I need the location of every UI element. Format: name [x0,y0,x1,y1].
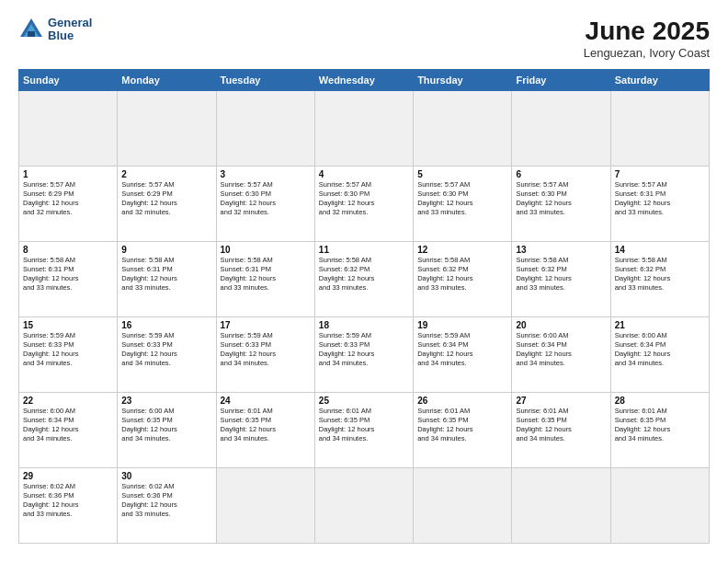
day-info: Sunrise: 5:58 AM Sunset: 6:32 PM Dayligh… [615,256,705,293]
title-block: June 2025 Lenguezan, Ivory Coast [584,17,710,60]
day-info: Sunrise: 6:02 AM Sunset: 6:36 PM Dayligh… [23,482,113,520]
calendar-day-cell [610,91,709,167]
calendar-day-cell: 20Sunrise: 6:00 AM Sunset: 6:34 PM Dayli… [512,317,610,393]
day-number: 14 [615,245,705,255]
day-info: Sunrise: 6:00 AM Sunset: 6:34 PM Dayligh… [23,407,113,444]
day-number: 28 [615,396,705,406]
calendar-day-cell: 14Sunrise: 5:58 AM Sunset: 6:32 PM Dayli… [610,242,709,317]
location-subtitle: Lenguezan, Ivory Coast [584,46,710,60]
calendar-day-cell: 4Sunrise: 5:57 AM Sunset: 6:30 PM Daylig… [314,167,413,242]
calendar-day-cell: 22Sunrise: 6:00 AM Sunset: 6:34 PM Dayli… [19,393,118,468]
day-number: 10 [221,245,311,255]
day-info: Sunrise: 6:01 AM Sunset: 6:35 PM Dayligh… [417,407,507,444]
calendar-day-cell: 7Sunrise: 5:57 AM Sunset: 6:31 PM Daylig… [610,167,709,242]
calendar-table: SundayMondayTuesdayWednesdayThursdayFrid… [18,69,710,544]
day-number: 2 [121,169,211,179]
calendar-day-cell: 13Sunrise: 5:58 AM Sunset: 6:32 PM Dayli… [512,242,610,317]
day-info: Sunrise: 6:02 AM Sunset: 6:36 PM Dayligh… [121,482,211,520]
day-info: Sunrise: 5:57 AM Sunset: 6:31 PM Dayligh… [615,180,705,218]
day-number: 27 [516,396,606,406]
day-number: 22 [23,396,113,406]
logo-icon [18,17,44,42]
day-number: 13 [516,245,606,255]
day-number: 8 [23,245,113,255]
day-info: Sunrise: 5:59 AM Sunset: 6:33 PM Dayligh… [121,331,211,369]
day-number: 25 [319,396,409,406]
day-number: 5 [417,169,507,179]
calendar-day-header: Monday [118,70,216,91]
calendar-day-cell: 19Sunrise: 5:59 AM Sunset: 6:34 PM Dayli… [414,317,512,393]
header: General Blue June 2025 Lenguezan, Ivory … [18,17,710,60]
calendar-day-cell: 18Sunrise: 5:59 AM Sunset: 6:33 PM Dayli… [314,317,413,393]
day-number: 12 [417,245,507,255]
calendar-week-row: 8Sunrise: 5:58 AM Sunset: 6:31 PM Daylig… [19,242,710,317]
day-number: 11 [319,245,409,255]
day-number: 19 [417,320,507,330]
day-number: 30 [121,471,211,481]
svg-rect-2 [28,31,35,37]
day-info: Sunrise: 6:01 AM Sunset: 6:35 PM Dayligh… [516,407,606,444]
calendar-day-header: Sunday [19,70,118,91]
calendar-day-cell: 24Sunrise: 6:01 AM Sunset: 6:35 PM Dayli… [216,393,314,468]
calendar-day-cell: 8Sunrise: 5:58 AM Sunset: 6:31 PM Daylig… [19,242,118,317]
calendar-day-cell: 26Sunrise: 6:01 AM Sunset: 6:35 PM Dayli… [414,393,512,468]
calendar-week-row: 15Sunrise: 5:59 AM Sunset: 6:33 PM Dayli… [19,317,710,393]
day-number: 21 [615,320,705,330]
logo: General Blue [18,17,92,43]
calendar-day-cell: 9Sunrise: 5:58 AM Sunset: 6:31 PM Daylig… [118,242,216,317]
day-info: Sunrise: 6:01 AM Sunset: 6:35 PM Dayligh… [221,407,311,444]
day-info: Sunrise: 5:59 AM Sunset: 6:34 PM Dayligh… [417,331,507,369]
day-number: 7 [615,169,705,179]
calendar-day-cell: 2Sunrise: 5:57 AM Sunset: 6:29 PM Daylig… [118,167,216,242]
day-number: 15 [23,320,113,330]
day-number: 3 [221,169,311,179]
calendar-day-cell: 21Sunrise: 6:00 AM Sunset: 6:34 PM Dayli… [610,317,709,393]
calendar-day-cell [216,468,314,544]
calendar-day-cell: 15Sunrise: 5:59 AM Sunset: 6:33 PM Dayli… [19,317,118,393]
day-info: Sunrise: 6:00 AM Sunset: 6:34 PM Dayligh… [615,331,705,369]
calendar-week-row [19,91,710,167]
day-number: 1 [23,169,113,179]
day-number: 18 [319,320,409,330]
calendar-week-row: 22Sunrise: 6:00 AM Sunset: 6:34 PM Dayli… [19,393,710,468]
calendar-day-cell [414,468,512,544]
month-title: June 2025 [584,17,710,46]
day-info: Sunrise: 5:58 AM Sunset: 6:31 PM Dayligh… [23,256,113,293]
calendar-day-cell: 6Sunrise: 5:57 AM Sunset: 6:30 PM Daylig… [512,167,610,242]
day-info: Sunrise: 5:57 AM Sunset: 6:30 PM Dayligh… [417,180,507,218]
day-info: Sunrise: 5:59 AM Sunset: 6:33 PM Dayligh… [23,331,113,369]
day-info: Sunrise: 5:57 AM Sunset: 6:30 PM Dayligh… [221,180,311,218]
day-info: Sunrise: 5:57 AM Sunset: 6:29 PM Dayligh… [23,180,113,218]
calendar-day-cell [216,91,314,167]
day-info: Sunrise: 6:00 AM Sunset: 6:34 PM Dayligh… [516,331,606,369]
day-info: Sunrise: 5:59 AM Sunset: 6:33 PM Dayligh… [319,331,409,369]
calendar-day-cell [19,91,118,167]
day-number: 9 [121,245,211,255]
calendar-week-row: 1Sunrise: 5:57 AM Sunset: 6:29 PM Daylig… [19,167,710,242]
calendar-day-cell [118,91,216,167]
day-info: Sunrise: 5:57 AM Sunset: 6:29 PM Dayligh… [121,180,211,218]
calendar-day-cell [314,468,413,544]
calendar-day-cell [512,91,610,167]
day-info: Sunrise: 6:00 AM Sunset: 6:35 PM Dayligh… [121,407,211,444]
calendar-day-cell: 12Sunrise: 5:58 AM Sunset: 6:32 PM Dayli… [414,242,512,317]
day-number: 20 [516,320,606,330]
calendar-day-cell: 5Sunrise: 5:57 AM Sunset: 6:30 PM Daylig… [414,167,512,242]
day-info: Sunrise: 6:01 AM Sunset: 6:35 PM Dayligh… [615,407,705,444]
day-info: Sunrise: 5:58 AM Sunset: 6:32 PM Dayligh… [417,256,507,293]
day-info: Sunrise: 6:01 AM Sunset: 6:35 PM Dayligh… [319,407,409,444]
day-info: Sunrise: 5:58 AM Sunset: 6:31 PM Dayligh… [221,256,311,293]
day-info: Sunrise: 5:57 AM Sunset: 6:30 PM Dayligh… [516,180,606,218]
calendar-day-cell: 10Sunrise: 5:58 AM Sunset: 6:31 PM Dayli… [216,242,314,317]
calendar-day-cell: 29Sunrise: 6:02 AM Sunset: 6:36 PM Dayli… [19,468,118,544]
day-number: 6 [516,169,606,179]
calendar-day-header: Thursday [414,70,512,91]
calendar-header-row: SundayMondayTuesdayWednesdayThursdayFrid… [19,70,710,91]
day-number: 16 [121,320,211,330]
calendar-day-cell: 3Sunrise: 5:57 AM Sunset: 6:30 PM Daylig… [216,167,314,242]
calendar-day-cell: 25Sunrise: 6:01 AM Sunset: 6:35 PM Dayli… [314,393,413,468]
calendar-day-header: Wednesday [314,70,413,91]
calendar-day-cell [314,91,413,167]
day-info: Sunrise: 5:58 AM Sunset: 6:32 PM Dayligh… [516,256,606,293]
day-info: Sunrise: 5:58 AM Sunset: 6:32 PM Dayligh… [319,256,409,293]
